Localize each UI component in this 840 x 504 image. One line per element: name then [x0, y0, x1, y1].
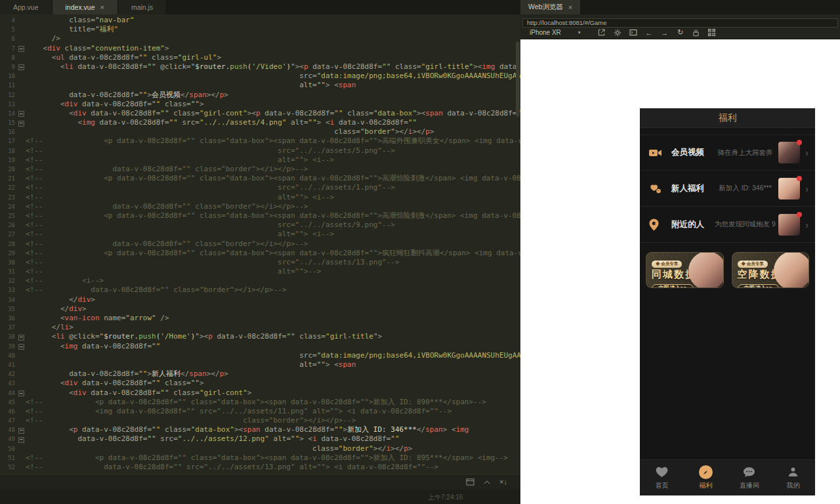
fold-icon[interactable] — [17, 332, 26, 341]
code-line-27[interactable]: 27<!-- alt=""> <i--> — [0, 230, 520, 239]
code-line-25[interactable]: 25<!-- <p data-v-08c28d8f="" class="data… — [0, 211, 520, 220]
code-line-48[interactable]: 48 <p data-v-08c28d8f="" class="data-box… — [0, 425, 520, 434]
close-icon[interactable]: × — [100, 3, 104, 11]
code-line-26[interactable]: 26<!-- src="../../assets/9.png"--> — [0, 220, 520, 230]
code-line-13[interactable]: 13 <div data-v-08c28d8f="" class=""> — [0, 100, 520, 109]
editor-tab-App.vue[interactable]: App.vue — [0, 0, 52, 14]
code-line-44[interactable]: 44 <div data-v-08c28d8f="" class="girl-c… — [0, 388, 520, 398]
editor-tab-main.js[interactable]: main.js — [118, 0, 167, 14]
forward-icon[interactable]: → — [657, 28, 673, 37]
editor-panel-strip: ×↓ — [0, 474, 520, 490]
code-line-23[interactable]: 23<!-- alt=""> <i--> — [0, 193, 520, 202]
browser-tab[interactable]: Web浏览器 × — [520, 0, 580, 14]
code-line-28[interactable]: 28<!-- data-v-08c28d8f="" class="border"… — [0, 240, 520, 249]
code-line-49[interactable]: 49 data-v-08c28d8f="" src="../../assets/… — [0, 434, 520, 444]
code-line-29[interactable]: 29<!-- <p data-v-08c28d8f="" class="data… — [0, 249, 520, 258]
welfare-list-item-1[interactable]: 会员视频骑在身上大屌套弄› — [640, 135, 815, 171]
code-line-40[interactable]: 40 src="data:image/png;base64,iVBORw0KGg… — [0, 351, 520, 360]
code-line-4[interactable]: 4 class="nav-bar" — [0, 16, 520, 25]
settings-icon[interactable] — [610, 28, 625, 37]
fold-icon[interactable] — [17, 118, 26, 127]
code-line-41[interactable]: 41 alt=""> <span — [0, 360, 520, 369]
qrcode-icon[interactable] — [704, 28, 720, 37]
code-line-45[interactable]: 45<!-- <p data-v-08c28d8f="" class="data… — [0, 398, 520, 407]
tab-首页[interactable]: 首页 — [640, 466, 684, 490]
code-line-10[interactable]: 10 src="data:image/png;base64,iVBORw0KGg… — [0, 72, 520, 81]
code-text: <!-- data-v-08c28d8f="" class="border"><… — [26, 285, 520, 295]
code-line-8[interactable]: 8 <ul data-v-08c28d8f="" class="girl-ul"… — [0, 53, 520, 62]
welfare-list-item-2[interactable]: 新人福利新加入 ID: 346***› — [640, 171, 815, 207]
fold-icon[interactable] — [17, 109, 26, 118]
code-line-11[interactable]: 11 alt=""> <span — [0, 81, 520, 90]
console-icon[interactable] — [625, 28, 641, 37]
code-line-35[interactable]: 35 </div> — [0, 304, 520, 314]
code-line-33[interactable]: 33<!-- data-v-08c28d8f="" class="border"… — [0, 285, 520, 295]
line-number: 48 — [0, 425, 17, 434]
lock-icon[interactable] — [688, 28, 704, 37]
banner-card-1[interactable]: ◆ 会员专享同城数据立即进入>> — [646, 252, 724, 288]
enter-now-button[interactable]: 立即进入>> — [738, 284, 780, 288]
editor-scrollbar[interactable] — [516, 41, 520, 117]
code-text: <li @click="$router.push('/Home')"><p da… — [26, 332, 520, 341]
refresh-icon[interactable]: ↻ — [673, 28, 688, 37]
editor-tab-index.vue[interactable]: index.vue× — [52, 0, 118, 14]
code-line-17[interactable]: 17<!-- <p data-v-08c28d8f="" class="data… — [0, 136, 520, 146]
url-input[interactable] — [522, 18, 838, 28]
tab-我的[interactable]: 我的 — [771, 466, 815, 490]
back-icon[interactable]: ← — [641, 28, 657, 37]
code-line-46[interactable]: 46<!-- <img data-v-08c28d8f="" src="../.… — [0, 407, 520, 416]
fold-gutter — [17, 100, 26, 109]
code-line-16[interactable]: 16 class="border"></i></p> — [0, 127, 520, 136]
banner-card-2[interactable]: ◆ 会员专享空降数据立即进入>> — [732, 252, 810, 288]
code-line-38[interactable]: 38 <li @click="$router.push('/Home')"><p… — [0, 332, 520, 341]
code-area[interactable]: 4 class="nav-bar"5 title="福利"6 />7 <div … — [0, 14, 520, 474]
code-line-42[interactable]: 42 data-v-08c28d8f="">新人福利</span></p> — [0, 369, 520, 379]
open-external-icon[interactable] — [594, 28, 610, 37]
code-line-18[interactable]: 18<!-- src="../../assets/5.png"--> — [0, 146, 520, 156]
code-line-30[interactable]: 30<!-- src="../../assets/13.png"--> — [0, 258, 520, 267]
code-line-24[interactable]: 24<!-- data-v-08c28d8f="" class="border"… — [0, 202, 520, 211]
code-line-5[interactable]: 5 title="福利" — [0, 25, 520, 34]
code-line-9[interactable]: 9 <li data-v-08c28d8f="" @click="$router… — [0, 62, 520, 72]
enter-now-button[interactable]: 立即进入>> — [652, 284, 694, 288]
code-line-52[interactable]: 52<!-- data-v-08c28d8f="" src="../../ass… — [0, 463, 520, 472]
tab-label: 我的 — [787, 481, 800, 490]
code-line-34[interactable]: 34 </div> — [0, 295, 520, 304]
preview-panel-icon[interactable] — [466, 478, 474, 486]
tab-福利[interactable]: 福利 — [684, 466, 728, 490]
collapse-up-icon[interactable] — [484, 480, 490, 484]
list-item-subtitle: 骑在身上大屌套弄 — [715, 148, 776, 158]
code-line-36[interactable]: 36 <van-icon name="arrow" /> — [0, 314, 520, 323]
code-line-39[interactable]: 39 <img data-v-08c28d8f="" — [0, 342, 520, 351]
fold-gutter — [17, 258, 26, 267]
code-line-7[interactable]: 7 <div class="convention-item"> — [0, 44, 520, 53]
close-icon[interactable]: × — [568, 3, 572, 11]
device-selector[interactable]: iPhone XR ▾ — [526, 28, 585, 37]
code-line-51[interactable]: 51<!-- <p data-v-08c28d8f="" class="data… — [0, 453, 520, 463]
tab-直播间[interactable]: 直播间 — [728, 466, 772, 490]
code-line-32[interactable]: 32<!-- <i--> — [0, 276, 520, 285]
list-item-subtitle: 为您发现同城炮友 9999 位 — [715, 220, 776, 229]
fold-icon[interactable] — [17, 434, 26, 444]
code-line-20[interactable]: 20<!-- data-v-08c28d8f="" class="border"… — [0, 165, 520, 174]
code-line-22[interactable]: 22<!-- src="../../assets/1.png"--> — [0, 183, 520, 192]
code-line-15[interactable]: 15 <img data-v-08c28d8f="" src="../../as… — [0, 118, 520, 127]
code-line-50[interactable]: 50 class="border"></i></p> — [0, 444, 520, 453]
code-line-19[interactable]: 19<!-- alt=""> <i--> — [0, 156, 520, 165]
code-line-43[interactable]: 43 <div data-v-08c28d8f="" class=""> — [0, 379, 520, 388]
code-line-47[interactable]: 47<!-- class="border"></i></p>--> — [0, 416, 520, 425]
code-line-37[interactable]: 37 </li> — [0, 323, 520, 332]
close-panel-icon[interactable]: ×↓ — [499, 478, 507, 486]
fold-icon[interactable] — [17, 62, 26, 72]
fold-icon[interactable] — [17, 425, 26, 434]
code-line-21[interactable]: 21<!-- <p data-v-08c28d8f="" class="data… — [0, 174, 520, 183]
welfare-list-item-3[interactable]: 附近的人为您发现同城炮友 9999 位› — [640, 207, 815, 243]
fold-icon[interactable] — [17, 388, 26, 398]
code-line-12[interactable]: 12 data-v-08c28d8f="">会员视频</span></p> — [0, 91, 520, 100]
fold-icon[interactable] — [17, 342, 26, 351]
fold-icon[interactable] — [17, 44, 26, 53]
code-line-31[interactable]: 31<!-- alt="">--> — [0, 267, 520, 276]
code-line-6[interactable]: 6 /> — [0, 34, 520, 43]
code-line-14[interactable]: 14 <div data-v-08c28d8f="" class="girl-c… — [0, 109, 520, 118]
tab-label: 福利 — [699, 481, 712, 490]
